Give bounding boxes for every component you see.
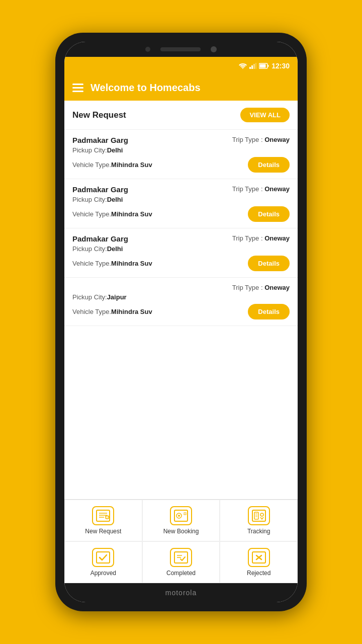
ride-card-3: Padmakar Garg Trip Type : Oneway Pickup … bbox=[64, 228, 298, 278]
tracking-icon bbox=[248, 506, 270, 525]
tracking-icon-svg bbox=[252, 510, 266, 522]
nav-rejected-label: Rejected bbox=[247, 570, 270, 577]
details-btn-4[interactable]: Details bbox=[248, 304, 290, 319]
vehicle-row-4: Vehicle Type.Mihindra Suv Details bbox=[72, 304, 290, 319]
nav-completed[interactable]: Completed bbox=[142, 541, 220, 583]
main-content: New Request VIEW ALL Padmakar Garg Trip … bbox=[64, 101, 298, 499]
nav-new-request-label: New Request bbox=[85, 528, 121, 535]
svg-rect-22 bbox=[254, 512, 258, 519]
trip-type-1: Trip Type : Oneway bbox=[232, 136, 290, 143]
nav-rejected[interactable]: Rejected bbox=[220, 541, 298, 583]
new-booking-icon bbox=[170, 506, 192, 525]
brand-text: motorola bbox=[165, 589, 197, 597]
rider-name-3: Padmakar Garg bbox=[72, 234, 128, 243]
new-booking-icon-svg bbox=[174, 510, 188, 522]
rider-name-1: Padmakar Garg bbox=[72, 136, 128, 144]
rider-name-2: Padmakar Garg bbox=[72, 185, 128, 194]
svg-rect-7 bbox=[268, 65, 269, 67]
header-title: Welcome to Homecabs bbox=[90, 82, 201, 94]
ride-card-1: Padmakar Garg Trip Type : Oneway Pickup … bbox=[64, 130, 298, 179]
vehicle-row-2: Vehicle Type.Mihindra Suv Details bbox=[72, 206, 290, 222]
vehicle-type-4: Vehicle Type.Mihindra Suv bbox=[72, 308, 152, 315]
front-camera bbox=[211, 46, 217, 52]
completed-icon bbox=[170, 548, 192, 567]
notch-area bbox=[64, 42, 298, 57]
nav-tracking-label: Tracking bbox=[247, 528, 270, 535]
trip-type-3: Trip Type : Oneway bbox=[232, 234, 290, 242]
wifi-icon bbox=[239, 63, 247, 69]
nav-tracking[interactable]: Tracking bbox=[220, 500, 298, 541]
details-btn-1[interactable]: Details bbox=[248, 157, 290, 173]
new-request-icon-svg bbox=[96, 510, 110, 522]
vehicle-row-3: Vehicle Type.Mihindra Suv Details bbox=[72, 256, 290, 271]
brand-bar: motorola bbox=[64, 583, 298, 602]
hamburger-line-3 bbox=[72, 91, 83, 92]
phone-screen: 12:30 Welcome to Homecabs New Request VI… bbox=[64, 42, 298, 602]
battery-icon bbox=[259, 63, 269, 69]
svg-point-17 bbox=[178, 515, 180, 517]
svg-point-0 bbox=[242, 68, 243, 69]
svg-rect-6 bbox=[260, 64, 266, 68]
trip-type-2: Trip Type : Oneway bbox=[232, 185, 290, 193]
status-bar: 12:30 bbox=[64, 57, 298, 75]
trip-type-4: Trip Type : Oneway bbox=[232, 284, 290, 291]
hamburger-menu[interactable] bbox=[72, 84, 83, 92]
section-header: New Request VIEW ALL bbox=[64, 101, 298, 130]
pickup-city-3: Pickup City:Delhi bbox=[72, 245, 290, 253]
svg-point-26 bbox=[260, 513, 263, 516]
nav-completed-label: Completed bbox=[166, 570, 196, 577]
nav-new-booking[interactable]: New Booking bbox=[142, 500, 220, 541]
pickup-city-4: Pickup City:Jaipur bbox=[72, 293, 290, 301]
ride-card-2: Padmakar Garg Trip Type : Oneway Pickup … bbox=[64, 179, 298, 228]
ride-card-4: Trip Type : Oneway Pickup City:Jaipur Ve… bbox=[64, 278, 298, 326]
view-all-button[interactable]: VIEW ALL bbox=[240, 108, 290, 122]
ride-row-top-4: Trip Type : Oneway bbox=[72, 284, 290, 291]
svg-rect-27 bbox=[97, 552, 110, 563]
rejected-icon-svg bbox=[252, 551, 266, 564]
status-icons: 12:30 bbox=[239, 62, 290, 70]
approved-icon-svg bbox=[96, 551, 110, 564]
bottom-nav: New Request New Booking bbox=[64, 499, 298, 583]
pickup-city-1: Pickup City:Delhi bbox=[72, 146, 290, 154]
svg-rect-3 bbox=[253, 64, 255, 69]
nav-new-request[interactable]: New Request bbox=[64, 500, 142, 541]
speaker bbox=[160, 47, 201, 51]
app-header: Welcome to Homecabs bbox=[64, 75, 298, 101]
status-time: 12:30 bbox=[272, 62, 290, 70]
section-title: New Request bbox=[72, 110, 126, 120]
vehicle-type-1: Vehicle Type.Mihindra Suv bbox=[72, 161, 152, 169]
svg-rect-2 bbox=[251, 65, 253, 69]
vehicle-type-3: Vehicle Type.Mihindra Suv bbox=[72, 260, 152, 267]
camera-dot bbox=[145, 47, 150, 52]
ride-row-top-2: Padmakar Garg Trip Type : Oneway bbox=[72, 185, 290, 194]
approved-icon bbox=[92, 548, 114, 567]
nav-approved-label: Approved bbox=[90, 570, 116, 577]
ride-row-top-3: Padmakar Garg Trip Type : Oneway bbox=[72, 234, 290, 243]
new-request-icon bbox=[92, 506, 114, 525]
hamburger-line-2 bbox=[72, 87, 83, 89]
phone-frame: 12:30 Welcome to Homecabs New Request VI… bbox=[55, 33, 307, 611]
svg-rect-1 bbox=[249, 67, 251, 69]
details-btn-2[interactable]: Details bbox=[248, 206, 290, 222]
completed-icon-svg bbox=[174, 551, 188, 564]
nav-new-booking-label: New Booking bbox=[163, 528, 199, 535]
hamburger-line-1 bbox=[72, 84, 83, 85]
pickup-city-2: Pickup City:Delhi bbox=[72, 196, 290, 203]
nav-approved[interactable]: Approved bbox=[64, 541, 142, 583]
svg-rect-4 bbox=[255, 63, 256, 69]
rejected-icon bbox=[248, 548, 270, 567]
signal-icon bbox=[249, 63, 256, 69]
vehicle-type-2: Vehicle Type.Mihindra Suv bbox=[72, 210, 152, 218]
vehicle-row-1: Vehicle Type.Mihindra Suv Details bbox=[72, 157, 290, 173]
ride-row-top-1: Padmakar Garg Trip Type : Oneway bbox=[72, 136, 290, 144]
details-btn-3[interactable]: Details bbox=[248, 256, 290, 271]
